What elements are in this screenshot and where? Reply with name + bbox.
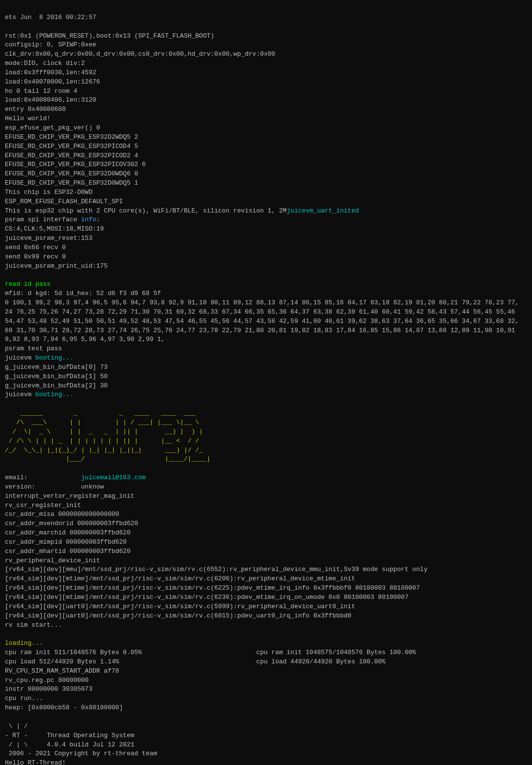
line-email-addr: juicemail@163.com (81, 474, 146, 481)
line-info: info (81, 216, 96, 223)
line-1: ets Jun 8 2016 00:22:57 (5, 14, 96, 21)
line-juicevm-uart: juicevm_uart_inited (286, 207, 359, 214)
line-loading: loading... (5, 639, 43, 647)
line-version: version: (5, 483, 81, 490)
line-email: email: (5, 474, 81, 481)
line-psram: psram spi interface (5, 216, 81, 223)
logo-line1: ______ _ _ ____ ____ ___ /\ ___\ | | | |… (5, 409, 210, 463)
line-interrupt: interrupt_vertor_register_mag_init rv_cs… (5, 492, 428, 629)
line-booting2: booting... (35, 391, 73, 398)
line-version-val: unknow (81, 483, 104, 490)
line-cpu-init: cpu ram init 511/1048576 Bytes 0.05% cpu… (5, 649, 416, 711)
line-reset: rst:0x1 (POWERON_RESET),boot:0x13 (SPI_F… (5, 32, 286, 214)
line-rtos-logo: \ | / - RT - Thread Operating System / |… (5, 722, 157, 765)
terminal-output: ets Jun 8 2016 00:22:57 rst:0x1 (POWERON… (5, 4, 527, 765)
line-booting1: booting... (35, 354, 73, 361)
line-psram2: : CS:4,CLK:5,MOSI:18,MISO:19 juicevm_psr… (5, 216, 108, 269)
line-mfid: mfid: d kgd: 5d id_hex: 52 d6 f3 d9 68 5… (5, 290, 519, 361)
line-read-id: read id pass (5, 280, 51, 288)
